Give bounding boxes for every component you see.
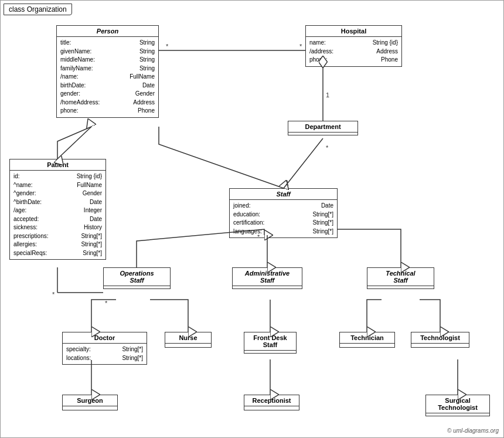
class-staff-attrs: joined:Date education:String[*] certific… <box>230 200 337 237</box>
class-front-desk-staff-name: Front DeskStaff <box>244 332 296 351</box>
class-receptionist: Receptionist <box>244 395 299 410</box>
class-surgeon: Surgeon <box>62 395 118 410</box>
svg-text:*: * <box>166 43 169 50</box>
class-patient: Patient id:String {id} ^name:FullName ^g… <box>9 159 106 260</box>
class-department-name: Department <box>288 121 357 133</box>
class-technologist-name: Technologist <box>411 332 469 344</box>
class-person: Person title:String givenName:String mid… <box>56 25 159 118</box>
svg-text:1: 1 <box>285 179 289 186</box>
class-surgical-technologist: SurgicalTechnologist <box>425 395 490 416</box>
class-doctor-attrs: specialty:String[*] locations:String[*] <box>63 344 147 364</box>
class-receptionist-attrs <box>244 406 299 410</box>
class-technical-staff: TechnicalStaff <box>367 267 434 289</box>
class-technician-attrs <box>340 344 394 347</box>
class-surgeon-name: Surgeon <box>63 395 117 406</box>
class-front-desk-staff-attrs <box>244 351 296 353</box>
class-administrative-staff: AdministrativeStaff <box>232 267 302 289</box>
svg-text:*: * <box>299 43 302 50</box>
class-technician: Technician <box>339 332 395 348</box>
class-staff-name: Staff <box>230 189 337 200</box>
svg-text:1: 1 <box>326 91 329 99</box>
class-surgical-technologist-attrs <box>426 413 489 416</box>
copyright-text: © uml-diagrams.org <box>447 427 499 434</box>
class-operations-staff-attrs <box>104 286 170 288</box>
class-technician-name: Technician <box>340 332 394 344</box>
class-receptionist-name: Receptionist <box>244 395 299 406</box>
class-nurse: Nurse <box>165 332 212 348</box>
class-administrative-staff-attrs <box>233 286 302 288</box>
svg-text:*: * <box>52 291 55 298</box>
class-nurse-name: Nurse <box>165 332 211 344</box>
class-administrative-staff-name: AdministrativeStaff <box>233 268 302 286</box>
class-surgeon-attrs <box>63 406 117 410</box>
class-technical-staff-name: TechnicalStaff <box>367 268 434 286</box>
class-person-attrs: title:String givenName:String middleName… <box>57 37 158 117</box>
class-technical-staff-attrs <box>367 286 434 288</box>
svg-text:*: * <box>326 144 329 151</box>
class-patient-name: Patient <box>10 159 105 171</box>
diagram-title: class Organization <box>4 4 72 15</box>
class-department: Department <box>288 121 358 135</box>
class-technologist-attrs <box>411 344 469 347</box>
class-hospital-name: Hospital <box>306 26 401 37</box>
class-department-attrs <box>288 133 357 135</box>
class-technologist: Technologist <box>411 332 469 348</box>
class-operations-staff: OperationsStaff <box>103 267 171 289</box>
svg-line-6 <box>284 138 323 188</box>
svg-line-4 <box>57 127 91 159</box>
class-person-name: Person <box>57 26 158 37</box>
class-staff: Staff joined:Date education:String[*] ce… <box>229 188 338 238</box>
class-hospital: Hospital name:String {id} /address:Addre… <box>305 25 402 67</box>
class-patient-attrs: id:String {id} ^name:FullName ^gender:Ge… <box>10 171 105 259</box>
class-front-desk-staff: Front DeskStaff <box>244 332 297 354</box>
class-surgical-technologist-name: SurgicalTechnologist <box>426 395 489 413</box>
class-doctor-name: Doctor <box>63 332 147 344</box>
class-operations-staff-name: OperationsStaff <box>104 268 170 286</box>
svg-text:*: * <box>105 300 108 307</box>
diagram-container: class Organization Person title:String g… <box>0 0 504 438</box>
class-hospital-attrs: name:String {id} /address:Address phone:… <box>306 37 401 66</box>
class-nurse-attrs <box>165 344 211 347</box>
class-doctor: Doctor specialty:String[*] locations:Str… <box>62 332 147 365</box>
